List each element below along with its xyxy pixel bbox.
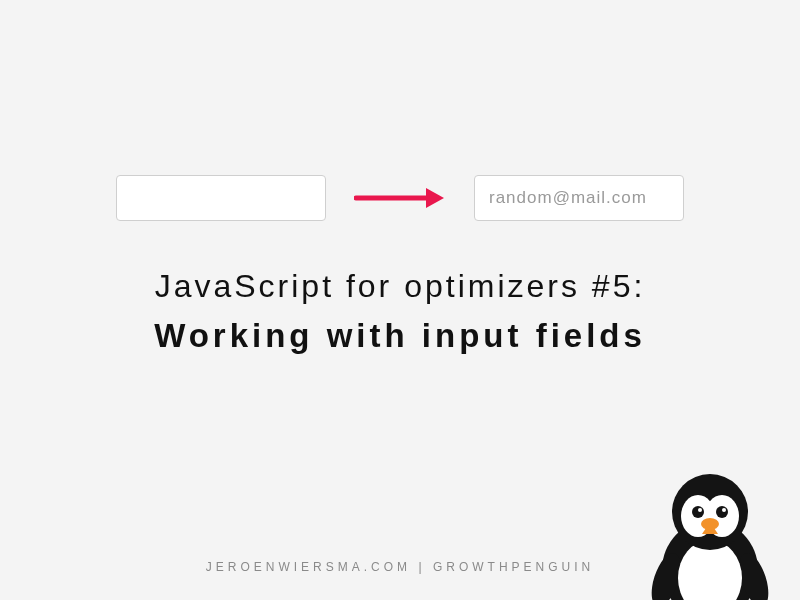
- title-main: Working with input fields: [0, 317, 800, 355]
- svg-point-9: [692, 506, 704, 518]
- arrow-right-icon: [354, 186, 446, 210]
- inputs-row: random@mail.com: [0, 175, 800, 221]
- title-block: JavaScript for optimizers #5: Working wi…: [0, 268, 800, 355]
- input-filled[interactable]: random@mail.com: [474, 175, 684, 221]
- input-filled-placeholder: random@mail.com: [489, 188, 647, 208]
- title-series: JavaScript for optimizers #5:: [0, 268, 800, 305]
- svg-point-12: [722, 508, 726, 512]
- svg-marker-1: [426, 188, 444, 208]
- input-empty[interactable]: [116, 175, 326, 221]
- svg-point-11: [698, 508, 702, 512]
- svg-point-14: [701, 518, 719, 530]
- svg-point-10: [716, 506, 728, 518]
- penguin-icon: [650, 460, 770, 600]
